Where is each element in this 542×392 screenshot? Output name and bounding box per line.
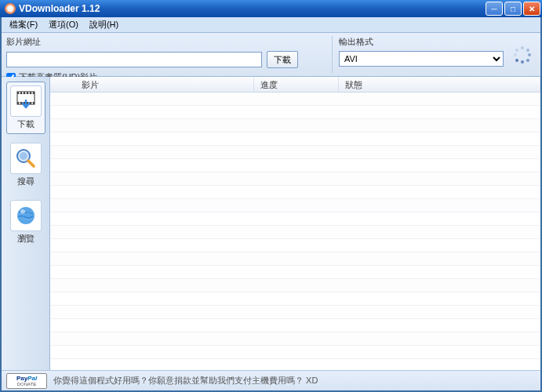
url-label: 影片網址 [6, 36, 327, 48]
list-row [50, 332, 540, 346]
menu-help[interactable]: 說明(H) [85, 17, 123, 32]
list-row [50, 239, 540, 252]
menu-options[interactable]: 選項(O) [44, 17, 83, 32]
url-input[interactable] [6, 52, 262, 67]
sidebar-item-label: 瀏覽 [17, 233, 35, 245]
svg-point-14 [20, 152, 27, 160]
list-row [50, 146, 540, 159]
sidebar-item-download[interactable]: 下載 [6, 82, 45, 134]
sidebar-item-search[interactable]: 搜尋 [6, 139, 45, 191]
paypal-donate-button[interactable]: PayPal DONATE [6, 373, 47, 389]
list-row [50, 226, 540, 239]
format-label: 輸出格式 [339, 36, 504, 48]
list-row [50, 252, 540, 266]
menubar: 檔案(F) 選項(O) 說明(H) [2, 17, 540, 33]
svg-rect-8 [19, 103, 20, 104]
list-row [50, 93, 540, 106]
film-download-icon [10, 85, 42, 117]
globe-icon [10, 200, 42, 231]
maximize-button[interactable]: □ [504, 2, 522, 16]
sidebar: 下載 搜尋 [2, 77, 50, 370]
sidebar-item-label: 下載 [17, 118, 35, 130]
col-progress[interactable]: 進度 [254, 77, 339, 92]
list-row [50, 199, 540, 212]
download-list: 影片 進度 狀態 [50, 77, 540, 370]
format-select[interactable]: AVI [339, 51, 504, 67]
list-row [50, 186, 540, 199]
col-status[interactable]: 狀態 [339, 77, 540, 92]
svg-rect-7 [31, 93, 33, 94]
list-row [50, 319, 540, 332]
list-row [50, 159, 540, 172]
toolbar: 影片網址 下載 下載高畫質(HD)影片 輸出格式 AVI [2, 33, 540, 77]
list-header: 影片 進度 狀態 [50, 77, 540, 93]
list-row [50, 132, 540, 146]
menu-file[interactable]: 檔案(F) [5, 17, 42, 32]
magnifier-icon [10, 143, 42, 174]
list-row [50, 266, 540, 279]
svg-point-16 [17, 207, 35, 224]
statusbar: PayPal DONATE 你覺得這個程式好用嗎？你願意捐款並幫助我們支付主機費… [2, 370, 540, 390]
list-row [50, 119, 540, 132]
sidebar-item-label: 搜尋 [17, 176, 35, 187]
list-row [50, 306, 540, 319]
status-message: 你覺得這個程式好用嗎？你願意捐款並幫助我們支付主機費用嗎？ XD [53, 375, 318, 387]
sidebar-item-browse[interactable]: 瀏覽 [6, 196, 45, 249]
list-row [50, 279, 540, 292]
loading-spinner-icon [514, 46, 531, 64]
svg-rect-5 [25, 93, 27, 94]
list-row [50, 212, 540, 226]
svg-rect-6 [28, 93, 30, 94]
titlebar: VDownloader 1.12 ─ □ ✕ [0, 0, 542, 17]
list-body[interactable] [50, 93, 540, 370]
list-row [50, 292, 540, 306]
list-row [50, 106, 540, 119]
col-video[interactable]: 影片 [50, 77, 254, 92]
list-row [50, 346, 540, 359]
svg-rect-4 [22, 93, 24, 94]
close-button[interactable]: ✕ [523, 2, 540, 16]
download-button[interactable]: 下載 [267, 51, 298, 68]
svg-rect-3 [19, 93, 20, 94]
app-icon [5, 3, 16, 14]
svg-point-18 [20, 209, 25, 214]
svg-rect-12 [31, 103, 33, 104]
minimize-button[interactable]: ─ [486, 2, 503, 16]
window-title: VDownloader 1.12 [19, 3, 486, 14]
svg-line-15 [28, 161, 34, 166]
list-row [50, 172, 540, 186]
